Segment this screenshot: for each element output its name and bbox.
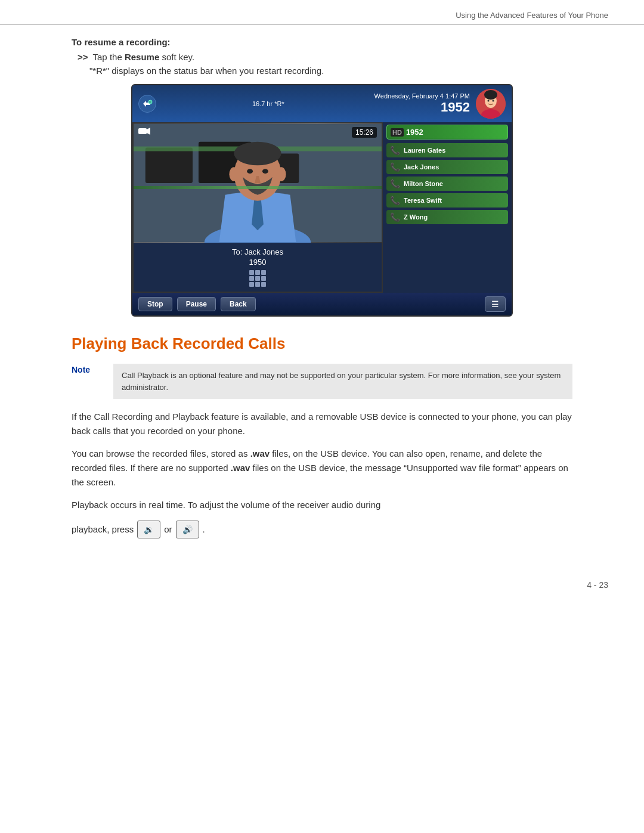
call-info: To: Jack Jones 1950 [134, 243, 382, 292]
contact-item-lauren-gates[interactable]: 📞 Lauren Gates [386, 143, 508, 157]
active-contact-1952[interactable]: HD 1952 [386, 125, 508, 140]
contact-phone-icon: 📞 [390, 145, 400, 155]
playback-line: playback, press 🔉 or 🔊 . [72, 521, 572, 538]
contact-item-jack-jones[interactable]: 📞 Jack Jones [386, 160, 508, 174]
svg-point-21 [277, 167, 286, 181]
volume-up-button[interactable]: 🔊 [176, 521, 199, 538]
person-figure [134, 123, 382, 243]
back-button[interactable]: Back [221, 297, 256, 311]
phone-date-time: Wednesday, February 4 1:47 PM [374, 92, 470, 100]
menu-button[interactable]: ☰ [485, 296, 506, 312]
camera-icon [138, 127, 150, 138]
contact-name: Teresa Swift [404, 197, 442, 204]
svg-point-6 [493, 100, 494, 102]
phone-bottombar: Stop Pause Back ☰ [132, 293, 512, 315]
svg-point-17 [234, 142, 281, 166]
stop-button[interactable]: Stop [138, 297, 172, 311]
phone-back-icon[interactable] [138, 95, 156, 113]
svg-rect-10 [145, 148, 193, 183]
call-timer: 15:26 [352, 127, 377, 138]
main-content: To resume a recording: >> Tap the Resume… [0, 25, 644, 562]
svg-point-0 [148, 100, 152, 104]
contact-item-milton-stone[interactable]: 📞 Milton Stone [386, 176, 508, 191]
resume-title: To resume a recording: [72, 37, 572, 47]
resume-section: To resume a recording: >> Tap the Resume… [72, 37, 572, 76]
contact-name: Milton Stone [404, 180, 443, 187]
contact-item-teresa-swift[interactable]: 📞 Teresa Swift [386, 193, 508, 208]
svg-marker-8 [147, 128, 150, 135]
contacts-panel: HD 1952 📞 Lauren Gates 📞 Jack Jones 📞 Mi… [383, 122, 512, 293]
svg-point-20 [229, 167, 239, 181]
page-number: 4 - 23 [0, 562, 644, 602]
contact-phone-icon: 📞 [390, 196, 400, 205]
video-feed: 15:26 [134, 123, 382, 243]
svg-point-19 [262, 169, 268, 174]
contact-name: Jack Jones [404, 163, 439, 171]
phone-extension: 1952 [441, 100, 470, 115]
resume-bullet-text: Tap the Resume soft key. [93, 52, 195, 62]
svg-point-3 [484, 90, 497, 100]
playing-back-section: Playing Back Recorded Calls Note Call Pl… [72, 335, 572, 538]
call-to-name: To: Jack Jones [141, 247, 374, 256]
body-para-1: If the Call Recording and Playback featu… [72, 410, 572, 438]
page-header: Using the Advanced Features of Your Phon… [0, 0, 644, 25]
volume-down-button[interactable]: 🔉 [137, 521, 160, 538]
avatar [476, 89, 506, 119]
body-para-2: You can browse the recorded files, store… [72, 447, 572, 490]
svg-point-5 [488, 100, 490, 102]
phone-recording-info: 16.7 hr *R* [162, 100, 374, 107]
green-bar [134, 186, 382, 189]
resume-subnote: "*R*" displays on the status bar when yo… [89, 66, 572, 76]
contact-name: Lauren Gates [404, 147, 445, 154]
hd-icon: HD [391, 128, 404, 137]
note-box: Call Playback is an optional feature and… [113, 364, 572, 399]
phone-topbar: 16.7 hr *R* Wednesday, February 4 1:47 P… [132, 85, 512, 122]
svg-point-18 [247, 169, 253, 174]
contact-phone-icon: 📞 [390, 179, 400, 188]
active-ext: 1952 [406, 128, 423, 137]
arrow-icon: >> [78, 52, 88, 62]
note-label: Note [72, 364, 107, 374]
resume-bullet: >> Tap the Resume soft key. [78, 52, 572, 62]
section-heading: Playing Back Recorded Calls [72, 335, 572, 353]
contact-item-z-wong[interactable]: 📞 Z Wong [386, 210, 508, 224]
video-area: 15:26 [132, 122, 383, 293]
phone-main-area: 15:26 [132, 122, 512, 293]
note-container: Note Call Playback is an optional featur… [72, 364, 572, 399]
contact-phone-icon: 📞 [390, 162, 400, 172]
phone-screenshot: 16.7 hr *R* Wednesday, February 4 1:47 P… [131, 84, 513, 317]
contact-name: Z Wong [404, 213, 428, 221]
keypad-icon[interactable] [141, 270, 374, 287]
pause-button[interactable]: Pause [177, 297, 216, 311]
header-text: Using the Advanced Features of Your Phon… [456, 11, 608, 20]
body-para-3: Playback occurs in real time. To adjust … [72, 498, 572, 512]
contact-phone-icon: 📞 [390, 212, 400, 222]
phone-top-right: Wednesday, February 4 1:47 PM 1952 [374, 92, 470, 115]
call-ext: 1950 [141, 258, 374, 267]
svg-rect-7 [138, 128, 147, 134]
